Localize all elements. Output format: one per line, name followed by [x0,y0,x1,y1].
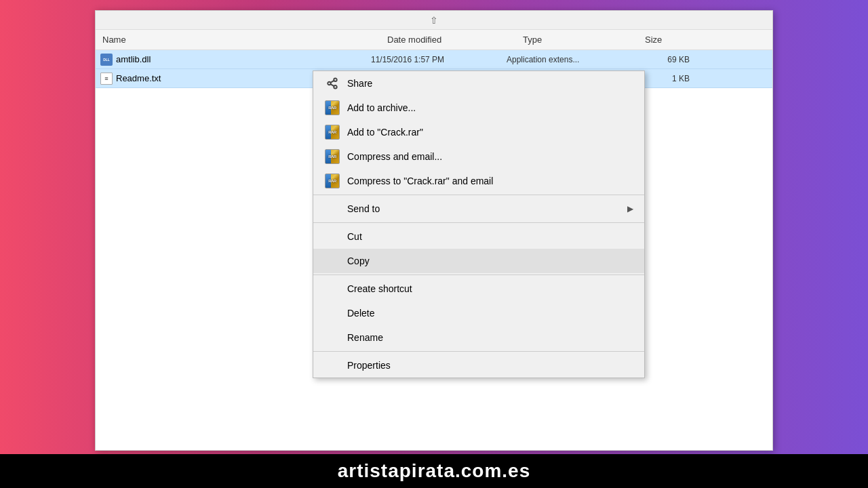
none-icon [324,357,340,373]
menu-separator [313,351,644,352]
context-menu: ShareRARAdd to archive...RARAdd to "Crac… [313,70,645,378]
dll-file-icon: DLL [100,53,113,66]
none-icon [324,281,340,297]
col-header-name[interactable]: Name [96,35,387,45]
menu-label-add_to_crack_rar: Add to "Crack.rar" [347,127,633,138]
explorer-window: ⇧ Name Date modified Type Size DLL amtli… [95,10,773,451]
file-name-amtlib: amtlib.dll [116,54,151,64]
banner-text: artistapirata.com.es [338,460,531,482]
explorer-top-bar: ⇧ [96,11,772,30]
menu-item-share[interactable]: Share [313,71,644,96]
table-row[interactable]: DLL amtlib.dll 11/15/2016 1:57 PM Applic… [96,50,772,69]
menu-item-add_to_crack_rar[interactable]: RARAdd to "Crack.rar" [313,120,644,144]
rar-icon: RAR [324,173,340,189]
menu-item-cut[interactable]: Cut [313,224,644,249]
menu-item-delete[interactable]: Delete [313,301,644,325]
col-header-size[interactable]: Size [645,35,713,45]
none-icon [324,228,340,245]
menu-separator [313,222,644,223]
rar-icon: RAR [324,124,340,140]
svg-line-3 [330,84,334,86]
menu-label-delete: Delete [347,308,633,319]
menu-label-copy: Copy [347,256,633,266]
menu-item-send_to[interactable]: Send to▶ [313,197,644,221]
menu-item-rename[interactable]: Rename [313,325,644,350]
menu-label-properties: Properties [347,360,633,371]
menu-label-cut: Cut [347,231,633,242]
none-icon [324,305,340,321]
menu-label-compress_to_crack_rar_email: Compress to "Crack.rar" and email [347,176,633,186]
menu-label-share: Share [347,78,633,89]
txt-file-icon [100,72,113,85]
col-header-type[interactable]: Type [523,35,645,45]
bottom-banner: artistapirata.com.es [0,454,868,488]
menu-label-add_to_archive: Add to archive... [347,102,633,113]
menu-item-compress_and_email[interactable]: RARCompress and email... [313,144,644,169]
none-icon [324,201,340,217]
rar-icon: RAR [324,100,340,116]
rar-icon: RAR [324,148,340,165]
none-icon [324,253,340,269]
none-icon [324,329,340,346]
svg-line-4 [330,81,334,83]
file-type-amtlib: Application extens... [507,55,629,64]
col-header-date[interactable]: Date modified [387,35,523,45]
menu-item-properties[interactable]: Properties [313,353,644,378]
column-headers: Name Date modified Type Size [96,30,772,50]
menu-separator [313,274,644,275]
menu-item-add_to_archive[interactable]: RARAdd to archive... [313,96,644,120]
up-arrow-icon[interactable]: ⇧ [430,15,438,26]
menu-label-compress_and_email: Compress and email... [347,151,633,162]
menu-item-create_shortcut[interactable]: Create shortcut [313,277,644,301]
file-size-amtlib: 69 KB [629,55,696,64]
share-icon [324,75,340,92]
menu-label-send_to: Send to [347,203,627,214]
menu-separator [313,195,644,195]
menu-item-compress_to_crack_rar_email[interactable]: RARCompress to "Crack.rar" and email [313,169,644,193]
file-date-amtlib: 11/15/2016 1:57 PM [371,55,507,64]
submenu-arrow-icon: ▶ [627,204,633,214]
file-name-readme: Readme.txt [116,73,161,83]
menu-label-create_shortcut: Create shortcut [347,283,633,294]
menu-label-rename: Rename [347,332,633,343]
menu-item-copy[interactable]: Copy [313,249,644,273]
